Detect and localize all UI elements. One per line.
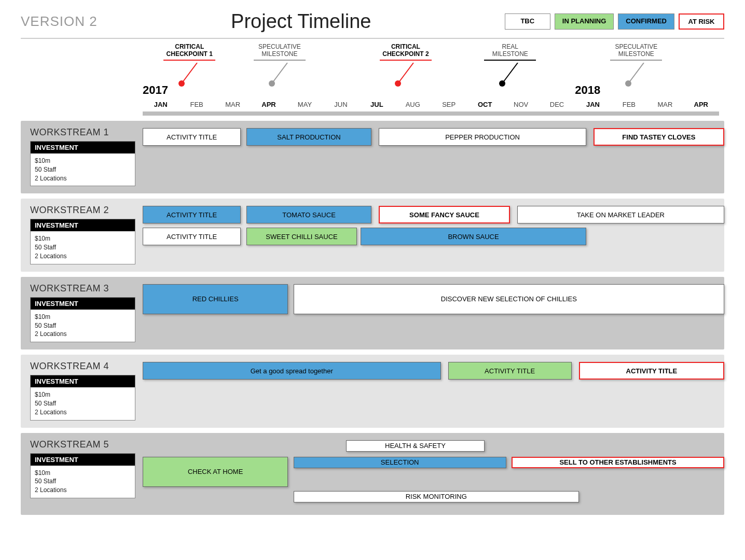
legend-tbc: TBC xyxy=(505,13,550,30)
svg-line-4 xyxy=(398,63,413,83)
activity-bar: ACTIVITY TITLE xyxy=(143,128,241,146)
activity-bar: RISK MONITORING xyxy=(294,491,579,502)
year-2018: 2018 xyxy=(575,83,611,97)
investment-body: $10m50 Staff2 Locations xyxy=(31,466,135,498)
month-label: AUG xyxy=(395,101,431,108)
month-label: FEB xyxy=(611,101,647,108)
month-label: APR xyxy=(251,101,286,108)
activity-bar: TOMATO SAUCE xyxy=(246,206,372,223)
legend: TBC IN PLANNING CONFIRMED AT RISK xyxy=(505,13,724,30)
milestone-marker: REALMILESTONE xyxy=(468,43,551,89)
investment-body: $10m50 Staff2 Locations xyxy=(31,231,135,263)
activity-bar: ACTIVITY TITLE xyxy=(143,228,241,245)
month-label: OCT xyxy=(467,101,503,108)
workstream: WORKSTREAM 3INVESTMENT$10m50 Staff2 Loca… xyxy=(21,277,724,349)
milestone-label: CHECKPOINT 1 xyxy=(148,50,231,58)
version-label: VERSION 2 xyxy=(21,13,98,30)
investment-box: INVESTMENT$10m50 Staff2 Locations xyxy=(30,375,135,420)
svg-line-8 xyxy=(628,63,644,83)
milestone-marker: SPECULATIVEMILESTONE xyxy=(595,43,678,89)
activity-bar: Get a good spread together xyxy=(143,362,441,380)
milestone-label: MILESTONE xyxy=(468,50,551,58)
milestone-label: MILESTONE xyxy=(238,50,321,58)
milestone-marker: CRITICALCHECKPOINT 1 xyxy=(148,43,231,89)
month-label: MAR xyxy=(647,101,683,108)
month-label: NOV xyxy=(503,101,539,108)
svg-line-6 xyxy=(502,63,518,83)
month-label: MAR xyxy=(215,101,251,108)
activity-bar: CHECK AT HOME xyxy=(143,457,288,487)
month-label: APR xyxy=(683,101,719,108)
activity-bar: SELL TO OTHER ESTABLISHMENTS xyxy=(512,457,724,468)
month-label: DEC xyxy=(539,101,575,108)
activity-bar: RED CHILLIES xyxy=(143,284,288,314)
activity-bar: SALT PRODUCTION xyxy=(246,128,372,146)
investment-body: $10m50 Staff2 Locations xyxy=(31,387,135,419)
svg-line-0 xyxy=(182,63,197,83)
activity-bar: TAKE ON MARKET LEADER xyxy=(517,206,724,223)
investment-heading: INVESTMENT xyxy=(31,454,135,466)
workstream-title: WORKSTREAM 1 xyxy=(30,127,135,138)
month-label: SEP xyxy=(431,101,467,108)
milestone-label: CRITICAL xyxy=(148,43,231,50)
workstream-title: WORKSTREAM 5 xyxy=(30,439,135,450)
milestone-label: SPECULATIVE xyxy=(595,43,678,50)
activity-bar: SWEET CHILLI SAUCE xyxy=(246,228,357,245)
workstream: WORKSTREAM 5INVESTMENT$10m50 Staff2 Loca… xyxy=(21,433,724,515)
header: VERSION 2 Project Timeline TBC IN PLANNI… xyxy=(21,10,724,39)
activity-bar: ACTIVITY TITLE xyxy=(579,362,724,380)
activity-bar: ACTIVITY TITLE xyxy=(143,206,241,223)
milestone-marker: CRITICALCHECKPOINT 2 xyxy=(364,43,447,89)
timeline-axis: CRITICALCHECKPOINT 1SPECULATIVEMILESTONE… xyxy=(143,43,719,116)
legend-atrisk: AT RISK xyxy=(679,13,724,30)
svg-line-2 xyxy=(272,63,287,83)
workstream: WORKSTREAM 1INVESTMENT$10m50 Staff2 Loca… xyxy=(21,121,724,193)
page-title: Project Timeline xyxy=(98,10,505,33)
investment-heading: INVESTMENT xyxy=(31,375,135,387)
milestone-label: SPECULATIVE xyxy=(238,43,321,50)
investment-box: INVESTMENT$10m50 Staff2 Locations xyxy=(30,297,135,342)
investment-body: $10m50 Staff2 Locations xyxy=(31,310,135,342)
investment-box: INVESTMENT$10m50 Staff2 Locations xyxy=(30,141,135,186)
activity-bar: ACTIVITY TITLE xyxy=(448,362,572,380)
investment-heading: INVESTMENT xyxy=(31,219,135,231)
month-label: JAN xyxy=(143,101,178,108)
workstream: WORKSTREAM 4INVESTMENT$10m50 Staff2 Loca… xyxy=(21,355,724,427)
milestone-label: CRITICAL xyxy=(364,43,447,50)
activity-bar: SELECTION xyxy=(294,457,506,468)
month-label: FEB xyxy=(178,101,214,108)
investment-heading: INVESTMENT xyxy=(31,298,135,310)
investment-body: $10m50 Staff2 Locations xyxy=(31,153,135,186)
milestone-label: REAL xyxy=(468,43,551,50)
workstream-title: WORKSTREAM 2 xyxy=(30,205,135,216)
year-2017: 2017 xyxy=(143,83,178,97)
legend-confirmed: CONFIRMED xyxy=(618,13,674,30)
milestone-marker: SPECULATIVEMILESTONE xyxy=(238,43,321,89)
investment-heading: INVESTMENT xyxy=(31,142,135,153)
activity-bar: PEPPER PRODUCTION xyxy=(379,128,586,146)
activity-bar: FIND TASTEY CLOVES xyxy=(594,128,724,146)
activity-bar: DISCOVER NEW SELECTION OF CHILLIES xyxy=(294,284,724,314)
milestone-label: CHECKPOINT 2 xyxy=(364,50,447,58)
milestone-label: MILESTONE xyxy=(595,50,678,58)
month-label: JUN xyxy=(323,101,358,108)
month-label: JUL xyxy=(359,101,395,108)
workstream: WORKSTREAM 2INVESTMENT$10m50 Staff2 Loca… xyxy=(21,199,724,271)
month-label: JAN xyxy=(575,101,611,108)
investment-box: INVESTMENT$10m50 Staff2 Locations xyxy=(30,219,135,264)
activity-bar: SOME FANCY SAUCE xyxy=(379,206,509,223)
workstream-title: WORKSTREAM 3 xyxy=(30,283,135,294)
investment-box: INVESTMENT$10m50 Staff2 Locations xyxy=(30,453,135,498)
legend-planning: IN PLANNING xyxy=(555,13,614,30)
month-label: MAY xyxy=(287,101,323,108)
workstream-title: WORKSTREAM 4 xyxy=(30,361,135,372)
activity-bar: BROWN SAUCE xyxy=(361,228,586,245)
activity-bar: HEALTH & SAFETY xyxy=(346,440,484,452)
